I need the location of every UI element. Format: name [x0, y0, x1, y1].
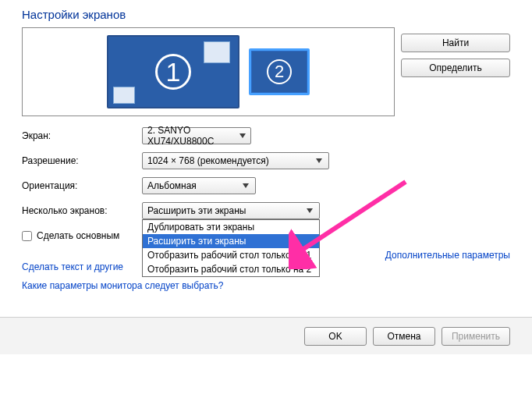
orientation-label: Ориентация: — [22, 180, 142, 191]
cancel-button[interactable]: Отмена — [373, 327, 435, 346]
orientation-value: Альбомная — [147, 180, 197, 191]
identify-button[interactable]: Определить — [401, 59, 510, 77]
make-main-label: Сделать основным — [37, 230, 119, 241]
taskbar-mini-icon — [113, 87, 135, 104]
monitor-2[interactable]: 2 — [249, 48, 310, 95]
option-duplicate[interactable]: Дублировать эти экраны — [143, 220, 319, 234]
ok-button[interactable]: OK — [304, 327, 367, 346]
apply-button[interactable]: Применить — [442, 327, 510, 346]
find-button[interactable]: Найти — [401, 34, 510, 52]
advanced-settings-link[interactable]: Дополнительные параметры — [385, 250, 510, 261]
resolution-dropdown[interactable]: 1024 × 768 (рекомендуется) — [142, 152, 329, 169]
page-title: Настройки экранов — [22, 8, 510, 21]
option-show-only-1[interactable]: Отобразить рабочий стол только на 1 — [143, 248, 319, 262]
monitor-number: 2 — [267, 59, 292, 84]
chevron-down-icon — [303, 208, 316, 213]
multiple-displays-value: Расширить эти экраны — [147, 205, 246, 216]
display-label: Экран: — [22, 130, 142, 141]
multiple-displays-label: Несколько экранов: — [22, 205, 142, 216]
dialog-footer: OK Отмена Применить — [0, 317, 532, 354]
option-extend[interactable]: Расширить эти экраны — [143, 234, 319, 248]
monitor-number: 1 — [155, 54, 191, 90]
multiple-displays-listbox[interactable]: Дублировать эти экраны Расширить эти экр… — [142, 219, 320, 277]
chevron-down-icon — [239, 183, 252, 188]
option-show-only-2[interactable]: Отобразить рабочий стол только на 2 — [143, 262, 319, 276]
monitor-1[interactable]: 1 — [107, 35, 239, 108]
multiple-displays-dropdown[interactable]: Расширить эти экраны — [142, 202, 320, 219]
chevron-down-icon — [313, 158, 325, 163]
display-dropdown[interactable]: 2. SANYO XU74/XU8800C — [142, 127, 251, 144]
resolution-label: Разрешение: — [22, 155, 142, 166]
display-value: 2. SANYO XU74/XU8800C — [147, 125, 237, 147]
orientation-dropdown[interactable]: Альбомная — [142, 177, 256, 194]
which-params-link[interactable]: Какие параметры монитора следует выбрать… — [22, 280, 224, 291]
resolution-value: 1024 × 768 (рекомендуется) — [147, 155, 269, 166]
chevron-down-icon — [237, 133, 247, 138]
monitor-arrangement-box[interactable]: 1 2 — [22, 27, 395, 116]
make-main-checkbox[interactable] — [22, 231, 32, 241]
window-mini-icon — [204, 41, 230, 63]
text-size-link[interactable]: Сделать текст и другие — [22, 261, 123, 272]
